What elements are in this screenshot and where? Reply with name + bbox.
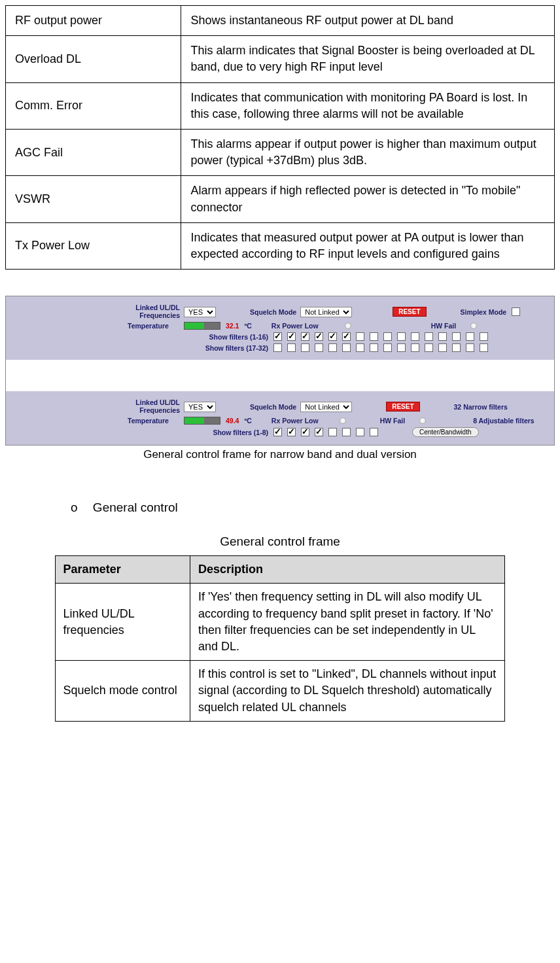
temperature-bar — [184, 322, 220, 330]
filter-checkbox[interactable] — [452, 343, 461, 352]
center-bandwidth-button[interactable]: Center/Bandwidth — [412, 427, 479, 437]
filter-checkbox[interactable] — [287, 332, 296, 341]
squelch-mode-select[interactable]: Not Linked — [300, 307, 352, 317]
bullet-text: General control — [93, 500, 178, 514]
table-row: Tx Power LowIndicates that measured outp… — [6, 222, 555, 269]
filter-checkbox[interactable] — [301, 428, 309, 436]
filter-checkbox[interactable] — [342, 332, 351, 341]
reset-button[interactable]: RESET — [393, 307, 426, 317]
desc-cell: Indicates that communication with monito… — [181, 82, 555, 129]
filter-checkbox[interactable] — [452, 332, 461, 341]
reset-button-b[interactable]: RESET — [386, 402, 419, 411]
param-cell: RF output power — [6, 6, 181, 36]
temperature-unit-b: ºC — [244, 417, 251, 425]
rx-power-low-label-b: Rx Power Low — [271, 417, 319, 425]
linked-freq-select[interactable]: YES — [184, 307, 216, 317]
header-parameter: Parameter — [55, 556, 190, 584]
filter-checkbox[interactable] — [466, 332, 474, 341]
show-filters-1-16-label: Show filters (1-16) — [183, 333, 268, 341]
filter-checkbox[interactable] — [383, 332, 392, 341]
filter-checkbox[interactable] — [301, 343, 309, 352]
filter-checkbox[interactable] — [328, 428, 337, 436]
linked-freq-label-b: Linked UL/DL Frequencies — [128, 399, 180, 414]
table-row: AGC FailThis alarms appear if output pow… — [6, 129, 555, 175]
rx-power-low-label: Rx Power Low — [271, 322, 319, 330]
temperature-value-b: 49.4 — [226, 417, 239, 425]
param-cell: AGC Fail — [6, 129, 181, 175]
bullet-marker: o — [71, 500, 78, 514]
filter-checkbox[interactable] — [438, 343, 447, 352]
control-panel-a: Linked UL/DL Frequencies YES Squelch Mod… — [6, 296, 554, 360]
filter-checkbox[interactable] — [411, 332, 419, 341]
show-filters-1-8-label: Show filters (1-8) — [193, 429, 268, 436]
filter-checkbox[interactable] — [466, 343, 474, 352]
filter-checkbox[interactable] — [397, 332, 406, 341]
temperature-label-b: Temperature — [128, 417, 180, 425]
filter-checkbox[interactable] — [438, 332, 447, 341]
general-control-parameters-table: Parameter Description Linked UL/DL frequ… — [55, 555, 506, 722]
filter-checkbox[interactable] — [383, 343, 392, 352]
desc-cell: This alarms appear if output power is hi… — [181, 129, 555, 175]
filters-17-32-row — [272, 343, 488, 352]
general-control-bullet: o General control — [71, 500, 555, 515]
show-filters-17-32-label: Show filters (17-32) — [183, 344, 268, 352]
filter-checkbox[interactable] — [273, 428, 282, 436]
filters-1-16-row — [272, 332, 488, 341]
param-cell: Tx Power Low — [6, 222, 181, 269]
temperature-value: 32.1 — [226, 322, 239, 330]
filter-checkbox[interactable] — [273, 343, 282, 352]
filter-checkbox[interactable] — [425, 343, 433, 352]
filter-checkbox[interactable] — [315, 332, 323, 341]
table-row: VSWRAlarm appears if high reflected powe… — [6, 176, 555, 222]
filter-checkbox[interactable] — [356, 428, 364, 436]
filter-checkbox[interactable] — [356, 343, 364, 352]
filter-checkbox[interactable] — [301, 332, 309, 341]
param-cell: VSWR — [6, 176, 181, 222]
squelch-mode-label: Squelch Mode — [250, 308, 296, 316]
param-cell: Linked UL/DL frequencies — [55, 584, 190, 661]
adjustable-filters-label: 8 Adjustable filters — [473, 417, 534, 425]
temperature-unit: ºC — [244, 322, 251, 330]
filter-checkbox[interactable] — [370, 332, 378, 341]
desc-cell: If this control is set to "Linked", DL c… — [190, 661, 504, 722]
hw-fail-led-b — [419, 417, 426, 424]
param-cell: Comm. Error — [6, 82, 181, 129]
table-row: Squelch mode controlIf this control is s… — [55, 661, 505, 722]
filter-checkbox[interactable] — [370, 343, 378, 352]
desc-cell: Indicates that measured output power at … — [181, 222, 555, 269]
hw-fail-label-b: HW Fail — [380, 417, 406, 425]
simplex-mode-checkbox[interactable] — [512, 307, 520, 316]
filter-checkbox[interactable] — [273, 332, 282, 341]
squelch-mode-select-b[interactable]: Not Linked — [300, 402, 352, 412]
filter-checkbox[interactable] — [315, 428, 323, 436]
filter-checkbox[interactable] — [287, 428, 296, 436]
table-row: RF output powerShows instantaneous RF ou… — [6, 6, 555, 36]
filter-checkbox[interactable] — [287, 343, 296, 352]
temperature-label: Temperature — [128, 322, 180, 330]
filter-checkbox[interactable] — [315, 343, 323, 352]
filter-checkbox[interactable] — [411, 343, 419, 352]
filter-checkbox[interactable] — [328, 343, 337, 352]
linked-freq-select-b[interactable]: YES — [184, 402, 216, 412]
temperature-bar-b — [184, 417, 220, 425]
filter-checkbox[interactable] — [397, 343, 406, 352]
header-description: Description — [190, 556, 504, 584]
desc-cell: If 'Yes' then frequency setting in DL wi… — [190, 584, 504, 661]
general-control-frame-title: General control frame — [5, 534, 555, 549]
filter-checkbox[interactable] — [370, 428, 378, 436]
rx-power-low-led — [345, 323, 351, 329]
param-cell: Overload DL — [6, 36, 181, 82]
narrow-filters-label: 32 Narrow filters — [454, 403, 508, 411]
figure-caption: General control frame for narrow band an… — [5, 448, 555, 461]
filter-checkbox[interactable] — [342, 428, 351, 436]
filter-checkbox[interactable] — [480, 332, 488, 341]
filter-checkbox[interactable] — [480, 343, 488, 352]
filter-checkbox[interactable] — [342, 343, 351, 352]
desc-cell: This alarm indicates that Signal Booster… — [181, 36, 555, 82]
squelch-mode-label-b: Squelch Mode — [250, 403, 296, 411]
filter-checkbox[interactable] — [328, 332, 337, 341]
panel-gap — [6, 360, 554, 391]
hw-fail-led — [470, 323, 477, 329]
filter-checkbox[interactable] — [356, 332, 364, 341]
filter-checkbox[interactable] — [425, 332, 433, 341]
